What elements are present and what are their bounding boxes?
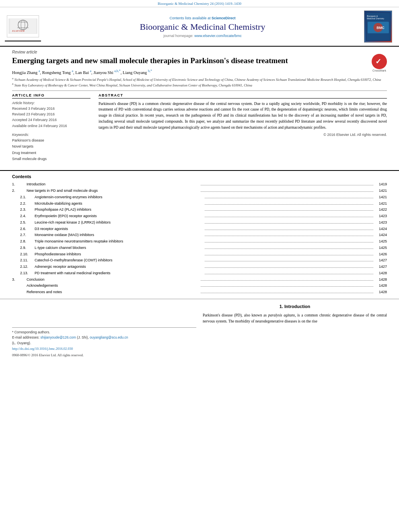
- intro-title: Introduction: [284, 304, 310, 309]
- keywords-block: Keywords: Parkinson's disease Novel targ…: [12, 133, 90, 162]
- email2[interactable]: ouyangliang@scu.edu.cn: [90, 335, 128, 339]
- toc-page: 1419: [375, 181, 387, 188]
- toc-page: 1428: [375, 289, 387, 296]
- homepage-line: journal homepage: www.elsevier.com/locat…: [45, 33, 360, 38]
- toc-dots: [201, 280, 373, 281]
- toc-label: References and notes: [27, 289, 199, 296]
- doi-link[interactable]: http://dx.doi.org/10.1016/j.bmc.2016.02.…: [12, 347, 73, 351]
- elsevier-image: ELSEVIER: [8, 18, 37, 34]
- author-rongsheng: Rongsheng Tong: [42, 70, 71, 74]
- toc-page: 1423: [375, 213, 387, 220]
- toc-entry: 3.Conclusion1428: [12, 277, 387, 283]
- toc-label: PD treatment with natural medicinal ingr…: [35, 270, 203, 277]
- keywords-heading: Keywords:: [12, 133, 90, 137]
- homepage-url[interactable]: www.elsevier.com/locate/bmc: [194, 34, 242, 38]
- keyword-3: Drug treatment: [12, 150, 90, 156]
- journal-center: Contents lists available at ScienceDirec…: [41, 16, 364, 38]
- toc-dots: [205, 204, 373, 205]
- email-label: E-mail addresses:: [12, 335, 39, 339]
- toc-page: 1427: [375, 264, 387, 270]
- journal-header: ELSEVIER Contents lists available at Sci…: [0, 7, 399, 47]
- toc-page: 1428: [375, 283, 387, 289]
- toc-num: 2.: [12, 188, 27, 194]
- intro-columns: * Corresponding authors. E-mail addresse…: [12, 303, 387, 358]
- copyright-line: © 2016 Elsevier Ltd. All rights reserved…: [99, 133, 387, 137]
- history-subheading: Article history:: [12, 101, 90, 105]
- toc-label: Triple monoamine neurotransmitters reupt…: [35, 238, 203, 245]
- toc-entry: 2.11.Catechol-O-methyltransferase (COMT)…: [12, 257, 387, 264]
- svg-text:BMC: BMC: [376, 26, 385, 30]
- toc-label: Conclusion: [27, 277, 199, 283]
- footer-notes: * Corresponding authors. E-mail addresse…: [12, 327, 196, 358]
- toc-container: 1.Introduction14192.New targets in PD an…: [12, 181, 387, 296]
- divider-1: [12, 90, 387, 91]
- toc-entry: 2.2.Microtubule-stabilizing agents1421: [12, 201, 387, 207]
- toc-num: 2.3.: [20, 207, 35, 213]
- issn-line: 0968-0896/© 2016 Elsevier Ltd. All right…: [12, 353, 196, 358]
- affiliation-b-text: State Key Laboratory of Biotherapy & Can…: [14, 83, 252, 87]
- toc-num: 2.9.: [20, 245, 35, 251]
- citation-bar: Bioorganic & Medicinal Chemistry 24 (201…: [0, 0, 399, 7]
- toc-dots: [205, 210, 373, 211]
- toc-entry: 1.Introduction1419: [12, 181, 387, 188]
- toc-entry: 2.8.Triple monoamine neurotransmitters r…: [12, 238, 387, 245]
- toc-dots: [201, 293, 373, 293]
- available-date: Available online 24 February 2016: [12, 123, 90, 129]
- science-direct-link[interactable]: ScienceDirect: [212, 16, 236, 20]
- author-liang-sup: b,*: [148, 69, 152, 73]
- elsevier-logo-section: ELSEVIER: [5, 12, 41, 41]
- author-lan-sup: a: [90, 69, 91, 73]
- toc-label: D3 receptor agonists: [35, 226, 203, 232]
- abstract-column: Abstract Parkinson's disease (PD) is a c…: [99, 93, 387, 162]
- toc-dots: [205, 261, 373, 261]
- author-jianyou-sup: a,b,*: [114, 69, 121, 73]
- toc-label: Catechol-O-methyltransferase (COMT) inhi…: [35, 257, 203, 264]
- toc-page: 1421: [375, 188, 387, 194]
- toc-entry: 2.13.PD treatment with natural medicinal…: [12, 270, 387, 277]
- toc-dots: [205, 249, 373, 249]
- toc-dots: [205, 236, 373, 236]
- toc-entry: 2.4.Erythropoietin (EPO) receptor agonis…: [12, 213, 387, 220]
- toc-page: 1426: [375, 251, 387, 258]
- toc-num: 2.2.: [20, 201, 35, 207]
- toc-num: 2.7.: [20, 232, 35, 238]
- article-info-heading: Article Info: [12, 93, 90, 99]
- toc-page: 1427: [375, 257, 387, 264]
- toc-entry: Acknowledgements1428: [12, 283, 387, 289]
- toc-page: 1425: [375, 245, 387, 251]
- svg-text:ELSEVIER: ELSEVIER: [12, 29, 25, 33]
- toc-entry: 2.9.L-type calcium channel blockers1425: [12, 245, 387, 251]
- toc-label: Phosphodiesterase inhibitors: [35, 251, 203, 258]
- affiliation-a: a Sichuan Academy of Medical Science & S…: [12, 77, 387, 82]
- abstract-text: Parkinson's disease (PD) is a common chr…: [99, 101, 387, 131]
- toc-label: Erythropoietin (EPO) receptor agonists: [35, 213, 203, 220]
- introduction-section: * Corresponding authors. E-mail addresse…: [0, 299, 399, 358]
- email1-author: J. Shi: [78, 335, 86, 339]
- toc-page: 1428: [375, 270, 387, 277]
- keyword-1: Parkinson's disease: [12, 138, 90, 144]
- article-body: Article Info Article history: Received 3…: [12, 93, 387, 162]
- toc-num: 2.1.: [20, 194, 35, 201]
- toc-num: 2.13.: [20, 270, 35, 277]
- toc-num: 2.4.: [20, 213, 35, 220]
- toc-dots: [205, 255, 373, 255]
- affiliations: a Sichuan Academy of Medical Science & S…: [12, 77, 387, 88]
- toc-entry: 2.12.Adrenergic receptor antagonists1427: [12, 264, 387, 270]
- author-lan: Lan Bai: [75, 70, 89, 74]
- toc-entry: 2.New targets in PD and small molecule d…: [12, 188, 387, 194]
- authors-line: Hongjia Zhang a, Rongsheng Tong a, Lan B…: [12, 69, 387, 75]
- article-type: Review article: [12, 50, 387, 54]
- crossmark-icon: ✓: [372, 54, 387, 69]
- toc-page: 1422: [375, 207, 387, 213]
- toc-dots: [205, 198, 373, 198]
- toc-page: 1424: [375, 232, 387, 238]
- toc-page: 1425: [375, 238, 387, 245]
- intro-paragraph: Parkinson's disease (PD), also known as …: [203, 312, 387, 324]
- toc-entry: 2.5.Leucine-rich repeat kinase 2 (LRRK2)…: [12, 220, 387, 226]
- toc-page: 1424: [375, 226, 387, 232]
- affiliation-a-text: Sichuan Academy of Medical Science & Sic…: [14, 78, 381, 82]
- toc-label: Adrenergic receptor antagonists: [35, 264, 203, 270]
- email1[interactable]: shijianyoude@126.com: [40, 335, 76, 339]
- abstract-heading: Abstract: [99, 93, 387, 99]
- toc-num: 2.11.: [20, 257, 35, 264]
